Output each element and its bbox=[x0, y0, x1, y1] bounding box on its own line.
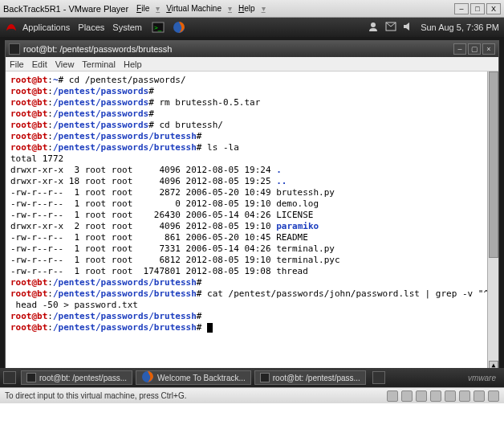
taskbar-item-firefox[interactable]: Welcome To Backtrack... bbox=[136, 370, 251, 385]
task-label: Welcome To Backtrack... bbox=[157, 374, 246, 382]
guest-desktop: Applications Places System >_ Sun Aug 5,… bbox=[0, 18, 504, 387]
scrollbar-thumb[interactable] bbox=[489, 72, 498, 258]
vmware-title: BackTrack5R1 - VMware Player bbox=[3, 4, 128, 14]
device-printer-icon[interactable] bbox=[474, 390, 485, 402]
terminal-output[interactable]: root@bt:~# cd /pentest/passwords/root@bt… bbox=[6, 72, 498, 382]
terminal-icon bbox=[26, 373, 36, 382]
terminal-titlebar[interactable]: root@bt: /pentest/passwords/brutessh – ▢… bbox=[6, 41, 498, 57]
vmware-menu-help[interactable]: Help bbox=[238, 4, 255, 13]
taskbar-item-terminal-2[interactable]: root@bt: /pentest/pass... bbox=[254, 370, 366, 385]
term-menu-file[interactable]: File bbox=[10, 59, 24, 69]
gnome-top-panel: Applications Places System >_ Sun Aug 5,… bbox=[0, 18, 504, 37]
minimize-button[interactable]: – bbox=[454, 3, 469, 14]
panel-clock[interactable]: Sun Aug 5, 7:36 PM bbox=[421, 22, 499, 32]
vmware-status-hint: To direct input to this virtual machine,… bbox=[5, 391, 186, 400]
term-menu-view[interactable]: View bbox=[55, 59, 75, 69]
device-net-icon[interactable] bbox=[430, 390, 441, 402]
term-maximize-button[interactable]: ▢ bbox=[468, 43, 481, 55]
sound-icon[interactable] bbox=[403, 22, 414, 33]
menu-system[interactable]: System bbox=[112, 22, 142, 32]
term-minimize-button[interactable]: – bbox=[453, 43, 466, 55]
device-cd-icon[interactable] bbox=[401, 390, 413, 402]
terminal-icon bbox=[260, 373, 270, 382]
vmware-menu-file[interactable]: File bbox=[136, 4, 149, 13]
device-sound-icon[interactable] bbox=[459, 390, 470, 402]
maximize-button[interactable]: □ bbox=[470, 3, 485, 14]
device-hdd-icon[interactable] bbox=[387, 390, 398, 402]
firefox-icon bbox=[141, 370, 154, 385]
taskbar-item-terminal-1[interactable]: root@bt: /pentest/pass... bbox=[21, 370, 132, 385]
task-label: root@bt: /pentest/pass... bbox=[39, 374, 127, 382]
vmware-statusbar: To direct input to this virtual machine,… bbox=[0, 387, 504, 403]
terminal-scrollbar[interactable]: ▲ ▼ bbox=[487, 72, 498, 382]
svg-point-3 bbox=[371, 22, 376, 27]
device-display-icon[interactable] bbox=[488, 390, 499, 402]
vmware-menu: File ▾ Virtual Machine ▾ Help ▾ bbox=[136, 4, 265, 13]
svg-text:>_: >_ bbox=[154, 24, 162, 31]
menu-applications[interactable]: Applications bbox=[22, 22, 70, 32]
close-button[interactable]: X bbox=[486, 3, 501, 14]
term-menu-help[interactable]: Help bbox=[124, 59, 142, 69]
user-icon[interactable] bbox=[368, 21, 379, 34]
vmware-watermark: vmware bbox=[468, 374, 501, 382]
workspace-switcher[interactable] bbox=[372, 371, 385, 384]
term-menu-terminal[interactable]: Terminal bbox=[82, 59, 116, 69]
panel-menubar: Applications Places System bbox=[22, 22, 142, 32]
vmware-menu-vm[interactable]: Virtual Machine bbox=[166, 4, 222, 13]
gnome-taskbar: root@bt: /pentest/pass... Welcome To Bac… bbox=[0, 368, 504, 387]
vmware-titlebar: BackTrack5R1 - VMware Player File ▾ Virt… bbox=[0, 0, 504, 18]
terminal-titlebar-icon bbox=[9, 43, 20, 55]
show-desktop-button[interactable] bbox=[3, 371, 16, 384]
device-floppy-icon[interactable] bbox=[416, 390, 427, 402]
term-menu-edit[interactable]: Edit bbox=[32, 59, 47, 69]
task-label: root@bt: /pentest/pass... bbox=[273, 374, 360, 382]
device-usb-icon[interactable] bbox=[445, 390, 456, 402]
terminal-launcher-icon[interactable]: >_ bbox=[150, 20, 166, 35]
firefox-launcher-icon[interactable] bbox=[171, 20, 187, 35]
terminal-title: root@bt: /pentest/passwords/brutessh bbox=[23, 44, 172, 54]
backtrack-logo-icon bbox=[5, 21, 18, 34]
mail-icon[interactable] bbox=[385, 22, 396, 33]
terminal-menubar: File Edit View Terminal Help bbox=[6, 57, 498, 72]
terminal-window: root@bt: /pentest/passwords/brutessh – ▢… bbox=[5, 40, 499, 382]
menu-places[interactable]: Places bbox=[78, 22, 104, 32]
term-close-button[interactable]: × bbox=[482, 43, 495, 55]
